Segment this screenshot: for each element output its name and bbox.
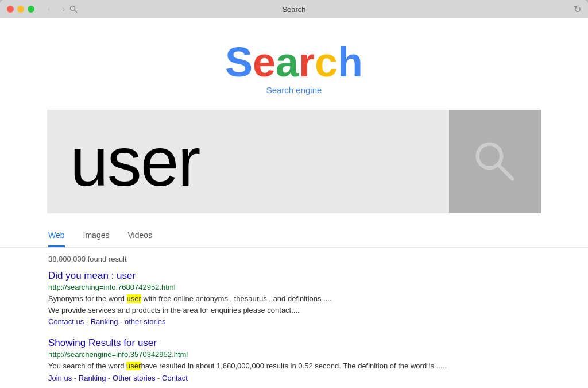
svg-line-3 — [498, 165, 513, 179]
maximize-button[interactable] — [28, 6, 34, 13]
svg-line-1 — [75, 10, 78, 13]
result-links-2: Join us - Ranking - Other stories - Cont… — [48, 374, 540, 382]
result-url-2[interactable]: http://searchengine=info.3570342952.html — [48, 350, 540, 359]
traffic-lights — [7, 6, 34, 13]
minimize-button[interactable] — [17, 6, 24, 13]
browser-nav: ‹ › — [44, 4, 69, 14]
logo-letter-c: c — [315, 39, 338, 85]
snippet-after: with free online antonyms , thesaurus , … — [141, 294, 332, 303]
tab-web[interactable]: Web — [48, 231, 65, 247]
link-separator: - — [86, 317, 91, 326]
search-query: user — [70, 122, 199, 201]
link-separator: - — [108, 374, 113, 382]
result-link-contact[interactable]: Contact us — [48, 317, 84, 326]
result-url[interactable]: http://searching=info.7680742952.html — [48, 283, 540, 291]
result-item: Showing Results for user http://searchen… — [48, 337, 540, 382]
results-area: 38,000,000 found result Did you mean : u… — [0, 248, 588, 382]
search-icon — [472, 139, 518, 185]
result-item: Did you mean : user http://searching=inf… — [48, 270, 540, 326]
result-tabs: Web Images Videos — [0, 222, 588, 248]
result-title[interactable]: Did you mean : user — [48, 270, 540, 282]
link-separator: - — [120, 317, 125, 326]
snippet2-before: You search of the word — [48, 362, 126, 370]
snippet-before: Synonyms for the word — [48, 294, 127, 303]
link-separator: - — [74, 374, 79, 382]
logo-letter-r: r — [299, 39, 315, 85]
result-link-other[interactable]: other stories — [125, 317, 166, 326]
result-title-2[interactable]: Showing Results for user — [48, 337, 540, 349]
close-button[interactable] — [7, 6, 14, 13]
tab-title: Search — [282, 5, 305, 14]
result-link2-ranking[interactable]: Ranking — [79, 374, 106, 382]
logo: Search — [0, 41, 588, 83]
result-links: Contact us - Ranking - other stories — [48, 317, 540, 326]
result-count: 38,000,000 found result — [48, 255, 540, 263]
search-bar-area: user — [47, 110, 541, 213]
tab-images[interactable]: Images — [83, 231, 110, 247]
result-link2-contact[interactable]: Contact — [162, 374, 188, 382]
search-button[interactable] — [449, 110, 541, 213]
link-separator: - — [157, 374, 162, 382]
logo-area: Search Search engine — [0, 18, 588, 101]
logo-letter-h: h — [338, 39, 363, 85]
logo-letter-e: e — [253, 39, 276, 85]
logo-subtitle: Search engine — [0, 85, 588, 95]
tab-videos[interactable]: Videos — [127, 231, 152, 247]
snippet2-after: have resulted in about 1,680,000,000 res… — [141, 362, 446, 370]
result-link2-join[interactable]: Join us — [48, 374, 72, 382]
browser-window: ‹ › Search ↻ Search Search engine — [0, 0, 588, 388]
browser-content: Search Search engine user Web — [0, 18, 588, 388]
logo-letter-s: S — [225, 39, 253, 85]
page: Search Search engine user Web — [0, 18, 588, 388]
reload-button[interactable]: ↻ — [574, 4, 581, 15]
snippet2-highlight: user — [126, 362, 141, 370]
address-bar-search-icon — [69, 5, 78, 14]
result-snippet: Synonyms for the word user with free onl… — [48, 293, 540, 316]
back-button[interactable]: ‹ — [44, 4, 54, 14]
svg-point-0 — [71, 6, 75, 11]
result-link-ranking[interactable]: Ranking — [91, 317, 118, 326]
result-snippet-2: You search of the word userhave resulted… — [48, 360, 540, 372]
result-link2-other[interactable]: Other stories — [113, 374, 155, 382]
snippet-highlight: user — [127, 294, 141, 303]
logo-letter-a: a — [276, 39, 299, 85]
snippet-line2: We provide services and products in the … — [48, 306, 300, 314]
search-input-display[interactable]: user — [47, 110, 449, 213]
forward-button[interactable]: › — [59, 4, 69, 14]
title-bar: ‹ › Search ↻ — [0, 0, 588, 18]
tab-bar: Search — [282, 5, 305, 14]
